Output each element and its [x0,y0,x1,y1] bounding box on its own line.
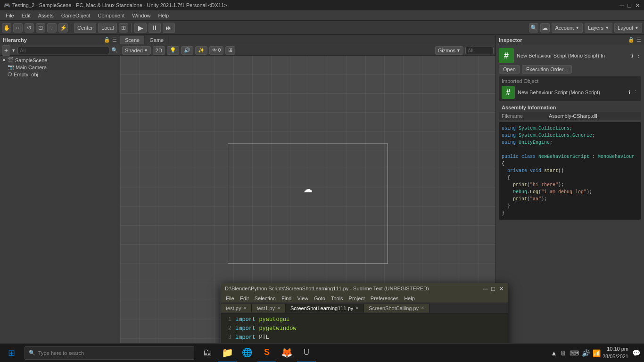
tool-rect[interactable]: ↕ [47,23,57,33]
taskbar-clock[interactable]: 10:10 pm 28/05/2021 [603,346,628,360]
tool-scale[interactable]: ⊡ [36,23,45,33]
sub-menu-find[interactable]: Find [279,295,294,302]
sublime-minimize[interactable]: ─ [483,285,487,292]
minimize-button[interactable]: ─ [619,2,624,9]
account-dropdown[interactable]: Account ▼ [552,23,583,33]
taskbar-fileexplorer[interactable]: 📁 [218,344,237,362]
tray-network[interactable]: 📶 [593,349,601,357]
hier-item-samplescene[interactable]: ▼ 🎬 SampleScene [0,57,120,64]
pause-button[interactable]: ⏸ [149,23,161,33]
menu-help[interactable]: Help [154,12,173,19]
title-bar-controls[interactable]: ─ □ ✕ [619,2,640,9]
scene-visibility-btn[interactable]: 👁 0 [209,46,223,55]
tool-move[interactable]: ↔ [13,23,23,33]
tool-transform[interactable]: ⚡ [58,23,68,33]
inspector-title-row: # New Behaviour Script (Mono Script) In … [499,48,641,63]
step-button[interactable]: ⏭ [163,23,175,33]
maximize-button[interactable]: □ [627,2,631,9]
shading-dropdown[interactable]: Shaded ▼ [122,46,151,55]
menu-edit[interactable]: Edit [18,12,34,19]
tray-volume[interactable]: 🔊 [582,349,590,357]
sublime-tab-calling[interactable]: ScreenShotCalling.py ✕ [364,304,429,313]
taskbar-chrome[interactable]: 🌐 [238,344,256,362]
sub-menu-edit[interactable]: Edit [237,295,252,302]
tool-rotate[interactable]: ↺ [25,23,34,33]
sub-menu-preferences[interactable]: Preferences [368,295,401,302]
hierarchy-search[interactable]: All [17,47,109,54]
search-toolbar-icon[interactable]: 🔍 [529,23,538,33]
sublime-close[interactable]: ✕ [499,285,504,292]
scene-tab-scene[interactable]: Scene [120,36,145,44]
scene-toolbar: Shaded ▼ 2D 💡 🔊 ✨ 👁 0 ⊞ Gizmos ▼ All [120,45,495,56]
layers-dropdown[interactable]: Layers ▼ [585,23,612,33]
close-button[interactable]: ✕ [635,2,640,9]
hierarchy-menu-icon[interactable]: ☰ [112,37,117,43]
layout-dropdown[interactable]: Layout ▼ [614,23,642,33]
imported-dots-icon[interactable]: ⋮ [633,90,638,96]
execution-order-button[interactable]: Execution Order... [522,65,572,74]
hier-label-samplescene: SampleScene [15,58,48,63]
hier-item-maincamera[interactable]: 📷 Main Camera [0,64,120,71]
menu-assets[interactable]: Assets [34,12,58,19]
lighting-btn[interactable]: 💡 [167,46,179,55]
layers-label: Layers [588,25,603,31]
shading-arrow: ▼ [144,48,148,53]
hierarchy-add-btn[interactable]: + [2,45,10,56]
sublime-tab-test[interactable]: test.py ✕ [221,304,252,313]
hier-item-emptyobj[interactable]: ⬡ Empty_obj [0,71,120,78]
tray-expand[interactable]: ▲ [551,349,557,357]
menu-file[interactable]: File [2,12,18,19]
taskbar-unity[interactable]: U [297,344,316,362]
audio-btn[interactable]: 🔊 [181,46,193,55]
sub-menu-help[interactable]: Help [401,295,418,302]
sub-menu-file[interactable]: File [223,295,237,302]
hierarchy-lock-icon[interactable]: 🔒 [104,37,110,43]
code-ns1: System.Collections [519,126,570,131]
tray-keyboard[interactable]: ⌨ [570,349,579,357]
local-toggle[interactable]: Local [98,23,117,33]
scene-cloud-object: ☁ [303,183,313,195]
sublime-tab-test1-close[interactable]: ✕ [277,305,281,311]
code-line-1: 1 import pyautogui [224,315,505,324]
menu-window[interactable]: Window [128,12,154,19]
notification-icon[interactable]: 💬 [632,349,640,357]
sub-menu-tools[interactable]: Tools [328,295,346,302]
taskbar-taskview[interactable]: 🗂 [198,344,217,362]
play-button[interactable]: ▶ [134,23,147,33]
center-toggle[interactable]: Center [74,23,96,33]
inspector-dots-icon[interactable]: ⋮ [636,53,641,59]
sub-menu-selection[interactable]: Selection [252,295,279,302]
inspector-lock-icon[interactable]: 🔒 [628,37,635,43]
taskbar-sublime[interactable]: S [257,344,276,362]
grid-icon[interactable]: ⊞ [119,23,128,33]
tray-monitor[interactable]: 🖥 [560,349,567,357]
menu-gameobject[interactable]: GameObject [58,12,94,19]
hierarchy-header: Hierarchy 🔒 ☰ [0,35,120,45]
inspector-menu-icon[interactable]: ☰ [636,37,641,43]
hierarchy-dropdown-arrow[interactable]: ▼ [11,48,16,53]
open-button[interactable]: Open [499,65,520,74]
tool-hand[interactable]: ✋ [2,23,11,33]
start-button[interactable]: ⊞ [0,344,23,362]
mode-2d-btn[interactable]: 2D [153,46,165,55]
sub-menu-project[interactable]: Project [346,295,368,302]
fx-btn[interactable]: ✨ [195,46,207,55]
sublime-tab-screenshot[interactable]: ScreenShotLearning111.py ✕ [286,304,364,313]
sublime-maximize[interactable]: □ [491,285,495,292]
sublime-tab-calling-close[interactable]: ✕ [421,305,424,311]
taskbar-search[interactable]: 🔍 Type here to search [25,346,194,360]
taskbar-firefox[interactable]: 🦊 [277,344,296,362]
sublime-tab-test-close[interactable]: ✕ [243,305,247,311]
gizmos-btn[interactable]: Gizmos ▼ [435,46,463,55]
sublime-controls[interactable]: ─ □ ✕ [483,285,504,292]
collab-icon[interactable]: ☁ [540,23,550,33]
sublime-tab-screenshot-close[interactable]: ✕ [355,305,359,311]
scene-search[interactable]: All [465,47,494,54]
scene-tab-game[interactable]: Game [145,36,169,44]
sublime-tab-test1[interactable]: test1.py ✕ [252,304,286,313]
sub-menu-view[interactable]: View [294,295,311,302]
hierarchy-search-icon[interactable]: 🔍 [111,47,118,53]
menu-component[interactable]: Component [94,12,128,19]
grid-scene-btn[interactable]: ⊞ [225,46,235,55]
sub-menu-goto[interactable]: Goto [311,295,328,302]
